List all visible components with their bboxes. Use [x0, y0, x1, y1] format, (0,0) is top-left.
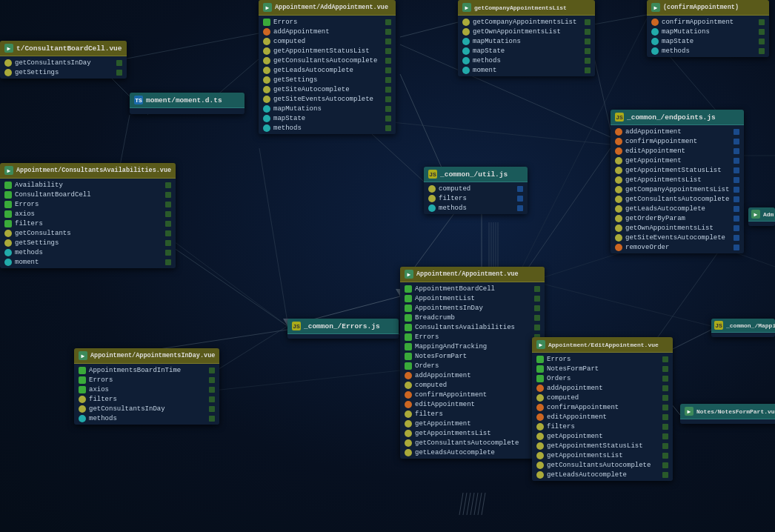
list-item: filters [400, 409, 545, 419]
list-item: confirmAppointment [400, 390, 545, 399]
dot-icon [651, 28, 659, 36]
list-item: NotesFormPart [532, 364, 673, 373]
dot-icon [428, 195, 436, 202]
node-header-top-far-right: ▶ (confirmAppointment) [647, 0, 769, 16]
node-body-util-js: computed filters methods [424, 182, 528, 214]
sq-icon [405, 353, 412, 360]
vue-icon: ▶ [685, 407, 693, 416]
dot-icon [263, 57, 270, 64]
sq-icon [79, 376, 86, 384]
dot-icon [462, 67, 470, 74]
node-header-appointments-in-day: ▶ Appointment/AppointmentsInDay.vue [74, 348, 219, 364]
dot-icon [4, 249, 12, 256]
dot-icon [405, 449, 412, 456]
dot-icon [462, 19, 470, 26]
svg-line-42 [474, 493, 478, 515]
list-item: getSettings [0, 238, 176, 247]
sq-icon [79, 367, 86, 374]
node-body-mapping [711, 333, 775, 337]
node-mapping[interactable]: JS _common_/MappingA [711, 319, 775, 337]
list-item: editAppointment [400, 399, 545, 409]
node-appointment-vue[interactable]: ▶ Appointment/Appointment.vue Appointmen… [400, 267, 545, 459]
dot-icon [536, 413, 544, 421]
svg-line-34 [519, 278, 711, 326]
dot-icon [405, 372, 412, 379]
node-top-far-right[interactable]: ▶ (confirmAppointment) confirmAppointmen… [647, 0, 769, 57]
list-item: getLeadsAutocomplete [611, 204, 744, 213]
node-endpoints-js[interactable]: JS _common_/endpoints.js addAppointment … [611, 110, 744, 253]
list-item: filters [424, 193, 528, 203]
list-item: computed [532, 393, 673, 402]
list-item: mapState [458, 46, 595, 56]
node-body-add-appointment: Errors addAppointment computed getAppoin… [259, 16, 396, 134]
node-body-admin [748, 222, 775, 226]
node-body-top-right: getCompanyAppointmentsList getOwnAppoint… [458, 16, 595, 76]
dot-icon [263, 38, 270, 45]
vue-icon: ▶ [4, 44, 13, 53]
dot-icon [4, 59, 12, 67]
sq-icon [4, 210, 12, 218]
sq-icon [4, 191, 12, 199]
dot-icon [536, 394, 544, 402]
node-header-mapping: JS _common_/MappingA [711, 319, 775, 333]
node-notes-form-part[interactable]: ▶ Notes/NotesFormPart.vue [680, 404, 775, 424]
node-header-edit-appointment: ▶ Appointment/EditAppointment.vue [532, 337, 673, 353]
node-consultants-availabilities[interactable]: ▶ Appointment/ConsultantsAvailabilities.… [0, 163, 176, 268]
js-icon: JS [615, 113, 624, 122]
dot-icon [79, 396, 86, 403]
svg-line-44 [482, 493, 485, 515]
vue-icon: ▶ [651, 3, 660, 12]
list-item: Errors [259, 17, 396, 27]
list-item: mapState [647, 36, 769, 46]
sq-icon [405, 305, 412, 312]
list-item: axios [0, 209, 176, 219]
list-item: mapMutations [458, 36, 595, 46]
dot-icon [428, 185, 436, 193]
svg-line-31 [363, 126, 424, 182]
dot-icon [536, 462, 544, 469]
node-edit-appointment[interactable]: ▶ Appointment/EditAppointment.vue Errors… [532, 337, 673, 481]
sq-icon [4, 182, 12, 189]
sq-icon [405, 295, 412, 302]
node-appointments-in-day[interactable]: ▶ Appointment/AppointmentsInDay.vue Appo… [74, 348, 219, 425]
list-item: addAppointment [611, 127, 744, 136]
vue-icon: ▶ [4, 166, 13, 175]
sq-icon [536, 375, 544, 382]
dot-icon [536, 385, 544, 392]
list-item: getAppointmentsList [400, 428, 545, 438]
dot-icon [462, 28, 470, 36]
node-header-appointment-vue: ▶ Appointment/Appointment.vue [400, 267, 545, 282]
node-header-notes-form-part: ▶ Notes/NotesFormPart.vue [680, 404, 775, 419]
node-header-consultant-board-cell: ▶ t/ConsultantBoardCell.vue [0, 41, 127, 56]
vue-icon: ▶ [462, 3, 471, 12]
dot-icon [651, 38, 659, 45]
dot-icon [615, 244, 622, 251]
sq-icon [4, 220, 12, 227]
node-consultant-board-cell[interactable]: ▶ t/ConsultantBoardCell.vue getConsultan… [0, 41, 127, 79]
node-moment[interactable]: TS moment/moment.d.ts [130, 93, 245, 114]
node-header-moment: TS moment/moment.d.ts [130, 93, 245, 108]
dot-icon [615, 234, 622, 242]
list-item: AppointmentsBoardInTime [74, 365, 219, 375]
node-top-right[interactable]: ▶ getCompanyAppointmentsList getCompanyA… [458, 0, 595, 76]
list-item: Errors [74, 375, 219, 385]
svg-line-7 [400, 22, 458, 37]
node-errors-js[interactable]: JS _common_/Errors.js [287, 319, 399, 339]
js-icon: JS [292, 322, 301, 330]
list-item: getSiteEventsAutocomplete [259, 94, 396, 104]
node-add-appointment[interactable]: ▶ Appointment/AddAppointment.vue Errors … [259, 0, 396, 134]
dot-icon [651, 19, 659, 26]
dot-icon [405, 420, 412, 428]
dot-icon [615, 215, 622, 222]
node-admin[interactable]: ▶ Adm [748, 207, 775, 226]
list-item: confirmAppointment [532, 402, 673, 412]
dot-icon [615, 186, 622, 193]
list-item: getOwnAppointmentsList [458, 27, 595, 36]
list-item: getAppointmentStatusList [532, 441, 673, 450]
dot-icon [405, 430, 412, 437]
node-body-top-far-right: confirmAppointment mapMutations mapState… [647, 16, 769, 57]
list-item: getSiteEventsAutocomplete [611, 233, 744, 242]
dot-icon [615, 196, 622, 203]
node-util-js[interactable]: JS _common_/util.js computed filters met… [424, 167, 528, 214]
svg-line-40 [467, 493, 470, 515]
